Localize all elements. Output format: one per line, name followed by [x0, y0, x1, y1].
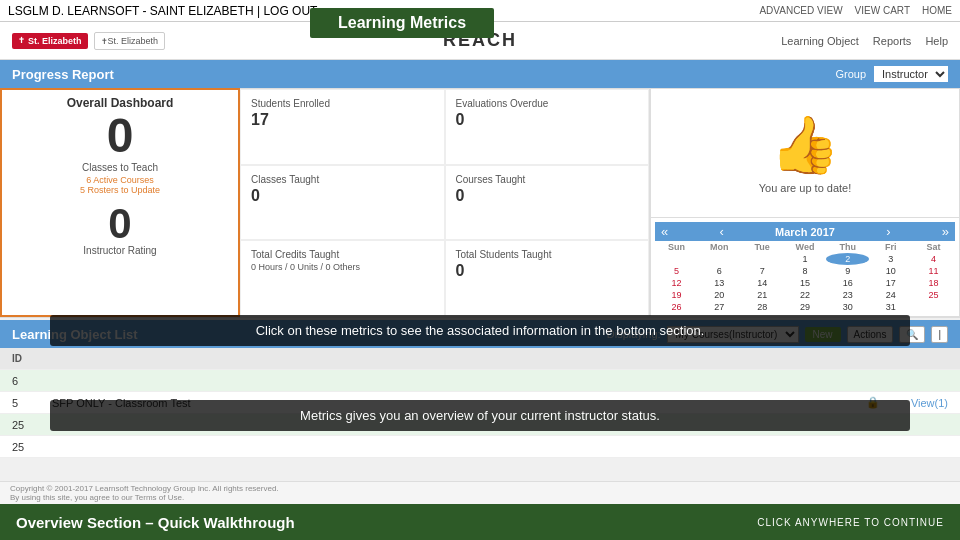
up-to-date-text: You are up to date!	[759, 182, 852, 194]
walkthrough-title: Overview Section – Quick Walkthrough	[16, 514, 295, 531]
right-panel: 👍 You are up to date! « ‹ March 2017 › »…	[650, 88, 960, 317]
metric-total-credits-label: Total Credits Taught	[251, 249, 434, 260]
cal-day[interactable]: 10	[869, 265, 912, 277]
cal-prev-btn[interactable]: ‹	[719, 224, 723, 239]
thumbs-up-icon: 👍	[770, 112, 840, 178]
cal-day	[912, 301, 955, 313]
advanced-view-link[interactable]: ADVANCED VIEW	[759, 5, 842, 16]
instructor-rating-label: Instructor Rating	[8, 245, 232, 256]
metric-courses-taught[interactable]: Courses Taught 0	[445, 165, 650, 241]
cal-day[interactable]: 11	[912, 265, 955, 277]
cal-day[interactable]: 24	[869, 289, 912, 301]
progress-report-title: Progress Report	[12, 67, 114, 82]
metric-classes-taught-label: Classes Taught	[251, 174, 434, 185]
cal-day[interactable]: 30	[826, 301, 869, 313]
logos: ✝St. Elizabeth ✝St. Elizabeth	[12, 32, 165, 50]
metric-students-enrolled-label: Students Enrolled	[251, 98, 434, 109]
metric-evaluations-overdue[interactable]: Evaluations Overdue 0	[445, 89, 650, 165]
group-select[interactable]: Instructor	[874, 66, 948, 82]
cal-day[interactable]: 21	[741, 289, 784, 301]
cal-day[interactable]: 4	[912, 253, 955, 265]
cal-day-header: Mon	[698, 241, 741, 253]
cal-day[interactable]: 31	[869, 301, 912, 313]
cal-day[interactable]: 28	[741, 301, 784, 313]
cal-day	[655, 253, 698, 265]
home-link[interactable]: HOME	[922, 5, 952, 16]
cal-day[interactable]: 25	[912, 289, 955, 301]
rosters-label: 5 Rosters to Update	[8, 185, 232, 195]
thumbs-area: 👍 You are up to date!	[650, 88, 960, 218]
metric-students-enrolled[interactable]: Students Enrolled 17	[240, 89, 445, 165]
cal-day[interactable]: 23	[826, 289, 869, 301]
cal-day[interactable]: 26	[655, 301, 698, 313]
tooltip-click-metrics-text: Click on these metrics to see the associ…	[256, 323, 705, 338]
cal-day-header: Wed	[784, 241, 827, 253]
tooltip-metrics-gives-text: Metrics gives you an overview of your cu…	[300, 408, 660, 423]
cal-day[interactable]: 12	[655, 277, 698, 289]
metric-courses-taught-label: Courses Taught	[456, 174, 639, 185]
dashboard-number-2[interactable]: 0	[8, 203, 232, 245]
table-header-row: ID	[0, 348, 960, 370]
copyright: Copyright © 2001-2017 Learnsoft Technolo…	[0, 481, 960, 504]
dashboard-number-1[interactable]: 0	[8, 112, 232, 160]
cal-day[interactable]: 22	[784, 289, 827, 301]
cal-day[interactable]: 17	[869, 277, 912, 289]
metric-classes-taught-value: 0	[251, 187, 434, 205]
cal-day[interactable]: 5	[655, 265, 698, 277]
bottom-bar[interactable]: Overview Section – Quick Walkthrough CLI…	[0, 504, 960, 540]
metric-total-credits-value: 0 Hours / 0 Units / 0 Others	[251, 262, 434, 272]
table-row: 6	[0, 370, 960, 392]
logo-st-elizabeth-1: ✝St. Elizabeth	[12, 33, 88, 49]
progress-bar: Progress Report Group Instructor	[0, 60, 960, 88]
learning-metrics-popup: Learning Metrics	[310, 8, 494, 38]
row-id-25b: 25	[12, 441, 52, 453]
cal-day-header: Sat	[912, 241, 955, 253]
calendar-month-label: March 2017	[775, 226, 835, 238]
click-anywhere-cta: CLICK ANYWHERE TO CONTINUE	[757, 517, 944, 528]
lol-extra-button[interactable]: |	[931, 326, 948, 343]
cal-next-next-btn[interactable]: »	[942, 224, 949, 239]
cal-day[interactable]: 1	[784, 253, 827, 265]
row-id-25a: 25	[12, 419, 52, 431]
main-content: Overall Dashboard 0 Classes to Teach 6 A…	[0, 88, 960, 318]
cal-day[interactable]: 2	[826, 253, 869, 265]
cal-day[interactable]: 6	[698, 265, 741, 277]
cal-day[interactable]: 29	[784, 301, 827, 313]
top-bar-nav: ADVANCED VIEW VIEW CART HOME	[759, 5, 952, 16]
tooltip-click-metrics: Click on these metrics to see the associ…	[50, 315, 910, 346]
metric-total-students-taught-value: 0	[456, 262, 639, 280]
overall-dashboard: Overall Dashboard 0 Classes to Teach 6 A…	[0, 88, 240, 317]
top-bar-user: LSGLM D. LEARNSOFT - SAINT ELIZABETH | L…	[8, 4, 317, 18]
learning-object-nav[interactable]: Learning Object	[781, 35, 859, 47]
logo-st-elizabeth-2: ✝St. Elizabeth	[94, 32, 166, 50]
cal-day	[741, 253, 784, 265]
cal-day[interactable]: 19	[655, 289, 698, 301]
metric-classes-taught[interactable]: Classes Taught 0	[240, 165, 445, 241]
cal-next-btn[interactable]: ›	[886, 224, 890, 239]
cal-day[interactable]: 9	[826, 265, 869, 277]
cal-day[interactable]: 14	[741, 277, 784, 289]
cal-day[interactable]: 15	[784, 277, 827, 289]
dashboard-title: Overall Dashboard	[8, 96, 232, 110]
cal-day[interactable]: 3	[869, 253, 912, 265]
cal-day[interactable]: 20	[698, 289, 741, 301]
metric-total-credits[interactable]: Total Credits Taught 0 Hours / 0 Units /…	[240, 240, 445, 316]
cal-day[interactable]: 7	[741, 265, 784, 277]
cal-day[interactable]: 27	[698, 301, 741, 313]
calendar-header: « ‹ March 2017 › »	[655, 222, 955, 241]
cal-day[interactable]: 16	[826, 277, 869, 289]
cal-day[interactable]: 13	[698, 277, 741, 289]
cal-day[interactable]: 18	[912, 277, 955, 289]
calendar-days: 1234567891011121314151617181920212223242…	[655, 253, 955, 313]
table-row: 25	[0, 436, 960, 458]
active-courses-label: 6 Active Courses	[8, 175, 232, 185]
cal-prev-prev-btn[interactable]: «	[661, 224, 668, 239]
reports-nav[interactable]: Reports	[873, 35, 912, 47]
cal-day-header: Tue	[741, 241, 784, 253]
metric-total-students-taught[interactable]: Total Students Taught 0	[445, 240, 650, 316]
cal-day	[698, 253, 741, 265]
help-nav[interactable]: Help	[925, 35, 948, 47]
view-cart-link[interactable]: VIEW CART	[855, 5, 910, 16]
cal-day[interactable]: 8	[784, 265, 827, 277]
calendar: « ‹ March 2017 › » SunMonTueWedThuFriSat…	[650, 218, 960, 317]
